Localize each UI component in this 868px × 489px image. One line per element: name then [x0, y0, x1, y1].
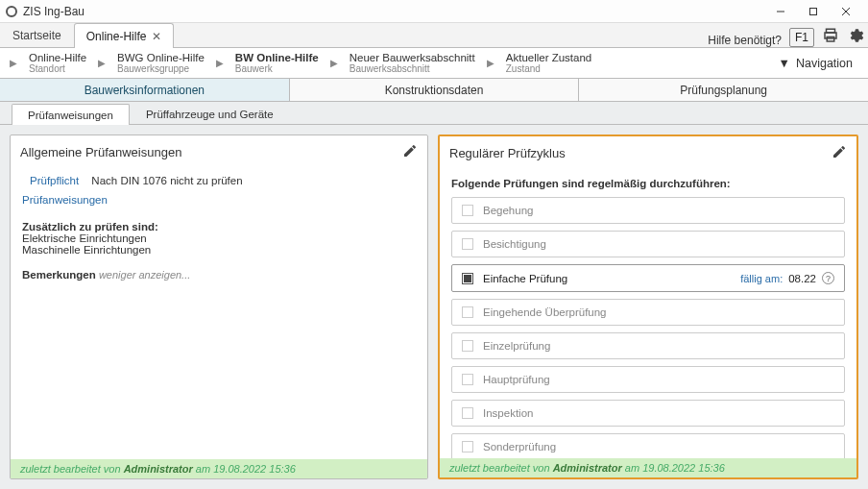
panel-title: Allgemeine Prüfanweisungen	[20, 145, 181, 159]
panel-title: Regulärer Prüfzyklus	[449, 146, 566, 160]
section-tab-konstruktionsdaten[interactable]: Konstruktionsdaten	[290, 79, 580, 101]
section-tab-bar: Bauwerksinformationen Konstruktionsdaten…	[0, 79, 868, 102]
checkbox[interactable]	[462, 273, 473, 284]
content-area: Allgemeine Prüfanweisungen Prüfpflicht N…	[0, 125, 868, 489]
check-item-label: Eingehende Überprüfung	[483, 306, 607, 318]
top-tab-label: Online-Hilfe	[86, 30, 147, 43]
zusatz-line: Elektrische Einrichtungen	[22, 232, 416, 244]
section-tab-pruefungsplanung[interactable]: Prüfungsplanung	[579, 79, 868, 101]
check-item-label: Sonderprüfung	[483, 441, 556, 452]
checkbox[interactable]	[462, 374, 473, 385]
checkbox[interactable]	[462, 205, 473, 216]
due-label: fällig am:	[740, 273, 783, 284]
window-close-button[interactable]	[830, 0, 862, 23]
check-item-label: Einzelprüfung	[483, 340, 550, 352]
check-item[interactable]: Hauptprüfung	[451, 366, 845, 393]
check-item[interactable]: Eingehende Überprüfung	[451, 299, 845, 326]
panel-pruefanweisungen: Allgemeine Prüfanweisungen Prüfpflicht N…	[10, 134, 428, 479]
check-item-label: Hauptprüfung	[483, 374, 550, 385]
check-item-label: Begehung	[483, 205, 533, 216]
top-tab-startseite[interactable]: Startseite	[0, 22, 74, 47]
zusatz-heading: Zusätzlich zu prüfen sind:	[22, 221, 416, 232]
chevron-right-icon: ▶	[328, 58, 340, 68]
chevron-down-icon: ▼	[779, 57, 790, 70]
sub-tab-pruefanweisungen[interactable]: Prüfanweisungen	[12, 104, 130, 125]
zusatz-line: Maschinelle Einrichtungen	[22, 244, 416, 256]
window-titlebar: ZIS Ing-Bau	[0, 0, 868, 23]
edit-icon[interactable]	[402, 143, 418, 161]
check-item[interactable]: Einzelprüfung	[451, 332, 845, 359]
svg-rect-1	[810, 8, 817, 14]
checkbox[interactable]	[462, 441, 473, 452]
breadcrumb-item-current[interactable]: BW Online-HilfeBauwerk	[226, 52, 328, 75]
check-item[interactable]: Begehung	[451, 197, 845, 224]
window-maximize-button[interactable]	[797, 0, 830, 23]
check-item[interactable]: Einfache Prüfungfällig am:08.22?	[451, 264, 845, 292]
window-title: ZIS Ing-Bau	[23, 5, 764, 18]
breadcrumb-item[interactable]: Online-HilfeStandort	[19, 52, 96, 75]
checkbox[interactable]	[462, 407, 473, 419]
check-item[interactable]: Inspektion	[451, 400, 845, 427]
f1-help-button[interactable]: F1	[789, 28, 814, 47]
check-item-label: Einfache Prüfung	[483, 273, 567, 284]
panel-pruefzyklus: Regulärer Prüfzyklus Folgende Prüfungen …	[438, 134, 858, 479]
close-icon[interactable]: ✕	[152, 30, 161, 43]
help-needed-label: Hilfe benötigt?	[708, 34, 782, 47]
print-button[interactable]	[818, 24, 843, 47]
check-item-label: Inspektion	[483, 407, 533, 419]
pruefpflicht-value: Nach DIN 1076 nicht zu prüfen	[91, 175, 242, 186]
due-value: 08.22	[788, 273, 816, 284]
chevron-right-icon: ▶	[485, 58, 496, 68]
navigation-label: Navigation	[796, 57, 853, 70]
app-icon	[6, 6, 17, 17]
pruefanweisungen-link[interactable]: Prüfanweisungen	[22, 194, 108, 206]
bemerkungen-toggle[interactable]: weniger anzeigen...	[99, 269, 190, 281]
checkbox[interactable]	[462, 238, 473, 250]
chevron-right-icon: ▶	[214, 58, 226, 68]
window-minimize-button[interactable]	[764, 0, 797, 23]
section-tab-bauwerksinformationen[interactable]: Bauwerksinformationen	[0, 79, 290, 101]
breadcrumb-item[interactable]: Neuer BauwerksabschnittBauwerksabschnitt	[340, 52, 485, 75]
check-item[interactable]: Besichtigung	[451, 231, 845, 257]
panel-footer: zuletzt bearbeitet von Administrator am …	[11, 459, 427, 478]
pruefpflicht-label: Prüfpflicht	[30, 175, 79, 186]
sub-tab-prueffahrzeuge[interactable]: Prüffahrzeuge und Geräte	[130, 103, 290, 124]
help-icon[interactable]: ?	[822, 272, 834, 284]
check-item[interactable]: Sonderprüfung	[451, 433, 845, 458]
panel-footer: zuletzt bearbeitet von Administrator am …	[440, 458, 856, 477]
sub-tab-bar: Prüfanweisungen Prüffahrzeuge und Geräte	[0, 102, 868, 125]
check-item-label: Besichtigung	[483, 238, 546, 250]
breadcrumb-bar: ▶ Online-HilfeStandort ▶ BWG Online-Hilf…	[0, 48, 868, 79]
chevron-right-icon: ▶	[8, 58, 19, 68]
chevron-right-icon: ▶	[96, 58, 108, 68]
settings-button[interactable]	[843, 24, 868, 47]
breadcrumb-item[interactable]: BWG Online-HilfeBauwerksgruppe	[108, 52, 214, 75]
navigation-button[interactable]: ▼ Navigation	[771, 53, 860, 74]
checkbox[interactable]	[462, 306, 473, 318]
breadcrumb-item[interactable]: Aktueller ZustandZustand	[496, 52, 602, 75]
bemerkungen-label: Bemerkungen	[22, 269, 96, 281]
edit-icon[interactable]	[832, 144, 847, 162]
top-tab-label: Startseite	[12, 29, 61, 42]
cycle-intro: Folgende Prüfungen sind regelmäßig durch…	[451, 178, 845, 189]
checkbox[interactable]	[462, 340, 473, 352]
top-tab-bar: Startseite Online-Hilfe ✕ Hilfe benötigt…	[0, 23, 868, 48]
top-tab-online-hilfe[interactable]: Online-Hilfe ✕	[74, 23, 175, 48]
